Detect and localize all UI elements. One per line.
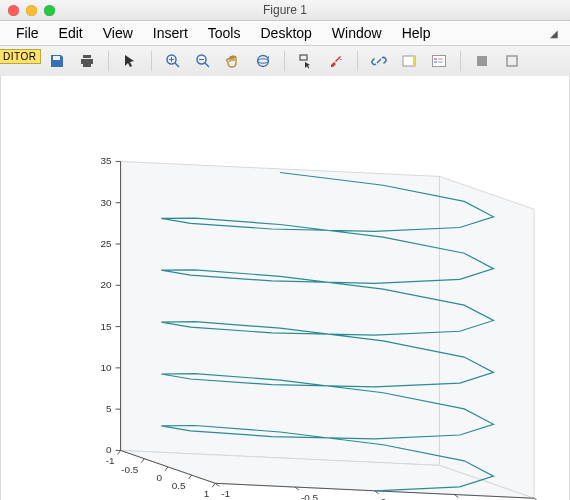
svg-rect-18 bbox=[507, 56, 517, 66]
window-titlebar: Figure 1 bbox=[0, 0, 570, 21]
svg-text:15: 15 bbox=[101, 321, 113, 332]
svg-line-43 bbox=[141, 459, 144, 463]
svg-text:5: 5 bbox=[106, 403, 112, 414]
svg-marker-20 bbox=[439, 176, 534, 498]
legend-icon[interactable] bbox=[428, 50, 450, 72]
editor-tag: DITOR bbox=[0, 49, 41, 64]
svg-point-8 bbox=[258, 59, 269, 63]
svg-text:-0.5: -0.5 bbox=[301, 492, 319, 500]
show-tools-icon[interactable] bbox=[501, 50, 523, 72]
svg-text:-0.5: -0.5 bbox=[121, 464, 139, 475]
svg-text:10: 10 bbox=[101, 362, 113, 373]
zoom-button[interactable] bbox=[44, 5, 55, 16]
svg-text:30: 30 bbox=[101, 197, 113, 208]
svg-text:-1: -1 bbox=[221, 488, 230, 499]
svg-rect-9 bbox=[300, 55, 307, 60]
axes-3d[interactable]: 05101520253035-1-0.500.51-1-0.500.51 bbox=[1, 76, 569, 500]
svg-text:-1: -1 bbox=[106, 455, 115, 466]
svg-text:25: 25 bbox=[101, 238, 113, 249]
minimize-button[interactable] bbox=[26, 5, 37, 16]
menu-file[interactable]: File bbox=[6, 23, 49, 43]
svg-line-1 bbox=[175, 63, 179, 67]
window-title: Figure 1 bbox=[0, 3, 570, 17]
svg-text:20: 20 bbox=[101, 279, 113, 290]
hide-tools-icon[interactable] bbox=[471, 50, 493, 72]
svg-text:0: 0 bbox=[156, 472, 162, 483]
svg-line-41 bbox=[118, 450, 121, 454]
save-icon[interactable] bbox=[46, 50, 68, 72]
colorbar-icon[interactable] bbox=[398, 50, 420, 72]
pan-icon[interactable] bbox=[222, 50, 244, 72]
menu-view[interactable]: View bbox=[93, 23, 143, 43]
svg-text:35: 35 bbox=[101, 155, 113, 166]
print-icon[interactable] bbox=[76, 50, 98, 72]
menubar: File Edit View Insert Tools Desktop Wind… bbox=[0, 21, 570, 46]
datacursor-icon[interactable] bbox=[295, 50, 317, 72]
svg-marker-19 bbox=[121, 161, 440, 465]
svg-text:0: 0 bbox=[381, 496, 387, 500]
svg-line-45 bbox=[165, 467, 168, 471]
svg-rect-17 bbox=[477, 56, 487, 66]
link-icon[interactable] bbox=[368, 50, 390, 72]
svg-text:0: 0 bbox=[106, 444, 112, 455]
menu-insert[interactable]: Insert bbox=[143, 23, 198, 43]
figure-toolbar: DITOR bbox=[0, 46, 570, 77]
menu-window[interactable]: Window bbox=[322, 23, 392, 43]
menu-edit[interactable]: Edit bbox=[49, 23, 93, 43]
zoom-in-icon[interactable] bbox=[162, 50, 184, 72]
svg-line-5 bbox=[205, 63, 209, 67]
menu-tools[interactable]: Tools bbox=[198, 23, 251, 43]
svg-line-47 bbox=[189, 475, 192, 479]
menu-help[interactable]: Help bbox=[392, 23, 441, 43]
svg-line-49 bbox=[212, 483, 215, 487]
pointer-icon[interactable] bbox=[119, 50, 141, 72]
svg-point-7 bbox=[258, 56, 269, 67]
traffic-lights bbox=[0, 5, 55, 16]
close-button[interactable] bbox=[8, 5, 19, 16]
brush-icon[interactable] bbox=[325, 50, 347, 72]
svg-rect-12 bbox=[433, 56, 446, 67]
svg-rect-11 bbox=[413, 56, 415, 66]
zoom-out-icon[interactable] bbox=[192, 50, 214, 72]
figure-canvas[interactable]: 05101520253035-1-0.500.51-1-0.500.51 bbox=[0, 76, 570, 500]
rotate3d-icon[interactable] bbox=[252, 50, 274, 72]
menu-overflow-icon[interactable]: ◢ bbox=[550, 28, 564, 39]
menu-desktop[interactable]: Desktop bbox=[250, 23, 321, 43]
svg-text:0.5: 0.5 bbox=[172, 480, 186, 491]
svg-text:1: 1 bbox=[204, 488, 210, 499]
